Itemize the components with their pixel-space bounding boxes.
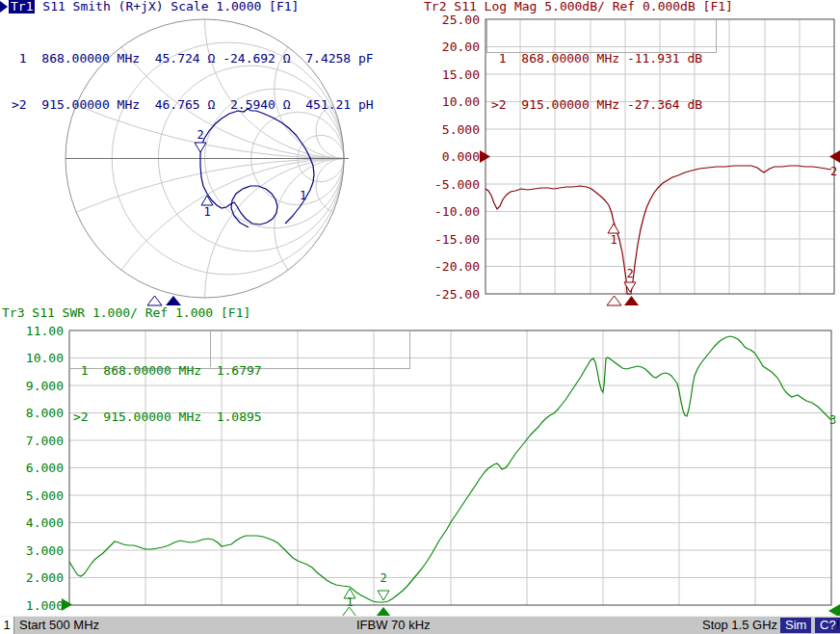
logmag-ytick: -5.000 — [414, 177, 480, 192]
swr-ytick: 6.000 — [10, 461, 64, 475]
logmag-marker1-stimulus-icon[interactable] — [607, 296, 621, 305]
smith-marker1-stimulus-icon[interactable] — [147, 296, 162, 305]
smith-marker-row-1: 1 868.00000 MHz 45.724 Ω -24.692 Ω 7.425… — [12, 51, 374, 66]
swr-trace-number: 3 — [829, 414, 836, 426]
swr-ytick: 8.000 — [10, 406, 64, 420]
channel-indicator[interactable]: 1 — [0, 617, 14, 634]
trace1-name: Tr1 — [9, 0, 35, 13]
smith-marker2-number: 2 — [195, 129, 206, 141]
swr-ytick: 9.000 — [10, 379, 64, 393]
swr-ytick: 1.000 — [10, 598, 64, 613]
logmag-ytick: -25.00 — [414, 287, 480, 302]
swr-marker-row-2: >2 915.00000 MHz 1.0895 — [73, 409, 262, 425]
trace3-header[interactable]: Tr3 S11 SWR 1.000/ Ref 1.000 [F1] — [2, 306, 250, 320]
trace2-header[interactable]: Tr2 S11 Log Mag 5.000dB/ Ref 0.000dB [F1… — [424, 0, 733, 13]
ifbw-field[interactable]: IFBW 70 kHz — [356, 617, 431, 634]
stop-frequency-field[interactable]: Stop 1.5 GHz — [702, 617, 777, 634]
logmag-ytick: -10.00 — [414, 204, 480, 219]
start-frequency-field[interactable]: Start 500 MHz — [19, 617, 99, 634]
logmag-ytick: 10.00 — [414, 94, 480, 109]
smith-marker-row-2: >2 915.00000 MHz 46.765 Ω 2.5940 Ω 451.2… — [12, 97, 374, 113]
swr-marker1-number: 1 — [344, 596, 355, 608]
swr-marker2-icon[interactable] — [378, 591, 389, 600]
swr-ytick: 11.00 — [10, 324, 64, 338]
logmag-trace — [486, 166, 831, 294]
status-overflow: ! — [836, 617, 840, 634]
smith-marker1-number: 1 — [201, 206, 213, 218]
smith-marker-readout: 1 868.00000 MHz 45.724 Ω -24.692 Ω 7.425… — [12, 20, 374, 128]
logmag-marker1-number: 1 — [608, 234, 619, 246]
smith-marker2-icon[interactable] — [195, 143, 206, 152]
trace1-header[interactable]: Tr1 S11 Smith (R+jX) Scale 1.0000 [F1] — [9, 0, 299, 13]
swr-marker-row-1: 1 868.00000 MHz 1.6797 — [73, 363, 262, 379]
swr-ytick: 5.000 — [10, 489, 64, 503]
logmag-ytick: -15.00 — [414, 232, 480, 247]
simulation-badge: Sim — [780, 618, 811, 633]
logmag-marker1-icon[interactable] — [608, 224, 619, 233]
swr-ytick: 10.00 — [10, 351, 64, 365]
logmag-ytick: 20.00 — [414, 40, 480, 54]
swr-ytick: 2.000 — [10, 570, 64, 585]
trace1-header-text: S11 Smith (R+jX) Scale 1.0000 [F1] — [35, 0, 299, 13]
logmag-marker-readout: 1 868.00000 MHz -11.931 dB >2 915.00000 … — [491, 20, 702, 128]
smith-trace-number: 1 — [300, 190, 306, 201]
vna-screen: { "smith": { "name": "Tr1", "header_rest… — [0, 0, 840, 634]
swr-ytick: 4.000 — [10, 515, 64, 530]
logmag-ytick: 25.00 — [414, 13, 480, 27]
smith-marker2-stimulus-icon[interactable] — [166, 296, 181, 305]
logmag-marker-row-1: 1 868.00000 MHz -11.931 dB — [491, 51, 702, 66]
status-bar: 1 Start 500 MHz IFBW 70 kHz Stop 1.5 GHz… — [0, 616, 840, 634]
swr-marker2-number: 2 — [378, 572, 389, 584]
swr-ytick: 3.000 — [10, 543, 64, 558]
logmag-trace-number: 2 — [830, 166, 837, 177]
logmag-ytick: -20.00 — [414, 259, 480, 274]
logmag-marker2-stimulus-icon[interactable] — [624, 296, 639, 305]
logmag-marker-row-2: >2 915.00000 MHz -27.364 dB — [491, 97, 702, 113]
swr-marker-readout: 1 868.00000 MHz 1.6797 >2 915.00000 MHz … — [73, 332, 262, 440]
logmag-ytick: 15.00 — [414, 67, 480, 82]
logmag-ytick: 5.000 — [414, 122, 480, 137]
logmag-marker2-icon[interactable] — [624, 282, 636, 292]
swr-ytick: 7.000 — [10, 434, 64, 448]
logmag-ytick: 0.000 — [414, 149, 480, 164]
active-trace-pointer-icon — [0, 1, 8, 13]
logmag-marker2-number: 2 — [624, 268, 636, 279]
